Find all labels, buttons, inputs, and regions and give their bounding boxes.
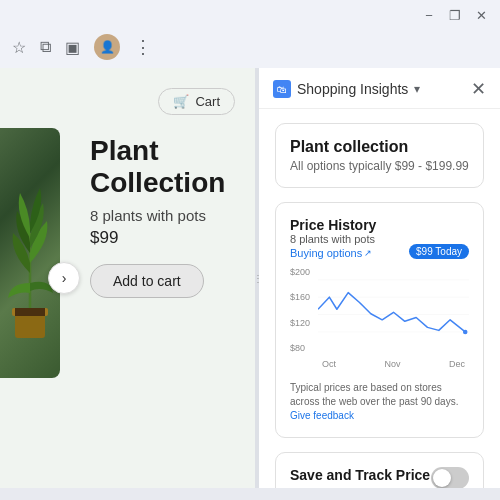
save-track-sub: You'll get email alerts if the price dro…	[290, 487, 431, 488]
chart-note: Typical prices are based on stores acros…	[290, 381, 469, 423]
cart-icon: 🛒	[173, 94, 189, 109]
price-history-title: Price History	[290, 217, 376, 233]
price-history-header: Price History 8 plants with pots Buying …	[290, 217, 469, 259]
insights-title-group: 🛍 Shopping Insights ▾	[273, 80, 420, 98]
nav-arrow[interactable]: ›	[48, 262, 80, 294]
page-content: 🛒 Cart	[0, 68, 500, 488]
collection-sub: All options typically $99 - $199.99	[290, 159, 469, 173]
chart-x-labels: Oct Nov Dec	[318, 359, 469, 369]
product-image	[0, 128, 60, 378]
cart-label: Cart	[195, 94, 220, 109]
bookmark-icon[interactable]: ☆	[12, 38, 26, 57]
price-history-left: Price History 8 plants with pots Buying …	[290, 217, 376, 259]
product-title: Plant Collection	[90, 135, 235, 199]
collection-card: Plant collection All options typically $…	[275, 123, 484, 188]
title-bar: − ❐ ✕	[0, 0, 500, 30]
insights-close-button[interactable]: ✕	[471, 78, 486, 100]
svg-rect-0	[15, 313, 45, 338]
cart-button[interactable]: 🛒 Cart	[158, 88, 235, 115]
insights-header: 🛍 Shopping Insights ▾ ✕	[259, 68, 500, 109]
price-chart: $200 $160 $120 $80	[290, 265, 469, 375]
external-link-icon: ↗	[364, 248, 372, 258]
insights-body: Plant collection All options typically $…	[259, 109, 500, 488]
insights-title: Shopping Insights	[297, 81, 408, 97]
avatar[interactable]: 👤	[94, 34, 120, 60]
restore-button[interactable]: ❐	[446, 6, 464, 24]
svg-rect-2	[15, 308, 45, 316]
buying-options-link[interactable]: Buying options ↗	[290, 247, 376, 259]
save-track-text: Save and Track Price You'll get email al…	[290, 467, 431, 488]
price-history-sub: 8 plants with pots	[290, 233, 376, 245]
tab-icon[interactable]: ⧉	[40, 38, 51, 56]
collection-title: Plant collection	[290, 138, 469, 156]
browser-chrome: − ❐ ✕ ☆ ⧉ ▣ 👤 ⋮	[0, 0, 500, 68]
product-info: Plant Collection 8 plants with pots $99 …	[90, 135, 235, 468]
product-price: $99	[90, 228, 235, 248]
feedback-link[interactable]: Give feedback	[290, 410, 354, 421]
insights-panel: 🛍 Shopping Insights ▾ ✕ Plant collection…	[259, 68, 500, 488]
save-track-header: Save and Track Price You'll get email al…	[290, 467, 469, 488]
toggle-knob	[433, 469, 451, 487]
product-subtitle: 8 plants with pots	[90, 207, 235, 224]
product-panel: 🛒 Cart	[0, 68, 255, 488]
save-track-title: Save and Track Price	[290, 467, 431, 483]
minimize-button[interactable]: −	[420, 6, 438, 24]
chart-y-labels: $200 $160 $120 $80	[290, 265, 310, 355]
insights-icon: 🛍	[273, 80, 291, 98]
sidebar-icon[interactable]: ▣	[65, 38, 80, 57]
add-to-cart-button[interactable]: Add to cart	[90, 264, 204, 298]
close-button[interactable]: ✕	[472, 6, 490, 24]
price-track-toggle[interactable]	[431, 467, 469, 488]
today-badge: $99 Today	[409, 244, 469, 259]
address-bar: ☆ ⧉ ▣ 👤 ⋮	[0, 30, 500, 68]
save-track-card: Save and Track Price You'll get email al…	[275, 452, 484, 488]
menu-icon[interactable]: ⋮	[134, 36, 153, 58]
price-history-card: Price History 8 plants with pots Buying …	[275, 202, 484, 438]
chevron-down-icon[interactable]: ▾	[414, 82, 420, 96]
svg-point-8	[463, 330, 468, 335]
